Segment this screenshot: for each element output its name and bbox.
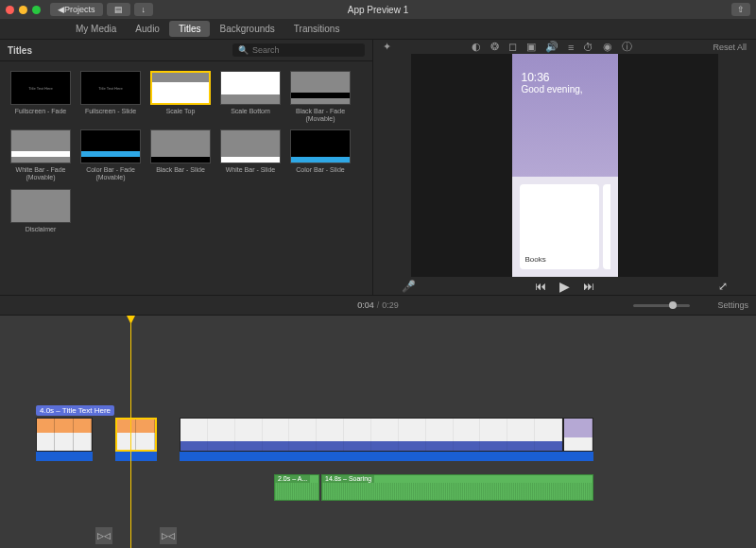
title-item[interactable]: Title Text HereFullscreen - Fade <box>9 71 72 122</box>
phone-preview: 10:36 Good evening, Books <box>512 54 618 277</box>
transition-marker[interactable]: ▷◁ <box>95 527 112 544</box>
tab-titles[interactable]: Titles <box>169 21 211 37</box>
browser-heading: Titles <box>8 45 32 56</box>
expand-icon[interactable]: ⤢ <box>718 280 728 293</box>
title-item[interactable]: Black Bar - Fade (Movable) <box>289 71 352 122</box>
clip-audio-bar <box>180 452 593 461</box>
fullscreen-window-button[interactable] <box>32 6 41 14</box>
crop-icon[interactable]: ◻ <box>508 41 517 53</box>
search-icon: 🔍 <box>238 45 249 55</box>
title-item[interactable]: Black Bar - Slide <box>149 129 212 180</box>
audio-clip[interactable]: 2.0s – A... <box>274 474 319 501</box>
color-correction-icon[interactable]: ❂ <box>490 41 499 53</box>
video-clip[interactable] <box>36 418 93 452</box>
clip-audio-bar <box>36 452 93 461</box>
media-tabs: My Media Audio Titles Backgrounds Transi… <box>0 19 756 40</box>
title-item[interactable]: Scale Top <box>149 71 212 122</box>
tab-my-media[interactable]: My Media <box>66 21 126 37</box>
title-item[interactable]: White Bar - Fade (Movable) <box>9 129 72 180</box>
share-button[interactable]: ⇧ <box>731 3 750 16</box>
speed-icon[interactable]: ⏱ <box>583 42 593 53</box>
preview-time: 10:36 <box>522 71 609 84</box>
preview-panel: ✦ ◐ ❂ ◻ ▣ 🔊 ≡ ⏱ ◉ ⓘ Reset All 10:36 Good… <box>373 40 756 295</box>
playback-controls: 🎤 ⏮ ▶ ⏭ ⤢ <box>373 277 756 295</box>
search-input[interactable]: 🔍 Search <box>232 43 365 57</box>
magic-wand-icon[interactable]: ✦ <box>383 41 391 53</box>
clip-filter-icon[interactable]: ◉ <box>603 41 612 53</box>
title-item[interactable]: Scale Bottom <box>219 71 282 122</box>
title-item[interactable]: White Bar - Slide <box>219 129 282 180</box>
preview-greeting: Good evening, <box>522 84 609 94</box>
window-titlebar: ◀ Projects ▤ ↓ App Preview 1 ⇧ <box>0 0 756 19</box>
play-button[interactable]: ▶ <box>559 279 570 294</box>
tab-audio[interactable]: Audio <box>126 21 169 37</box>
import-button[interactable]: ↓ <box>134 3 154 16</box>
window-title: App Preview 1 <box>348 5 408 15</box>
video-track: ▷◁ ▷◁ <box>0 418 756 455</box>
reset-all-button[interactable]: Reset All <box>713 43 747 52</box>
video-clip[interactable] <box>563 418 593 452</box>
preview-card: Books <box>520 184 599 269</box>
title-item[interactable]: Disclaimer <box>9 189 72 233</box>
timeline[interactable]: 4.0s – Title Text Here ▷◁ ▷◁ 2.0s – A...… <box>0 316 756 548</box>
tab-backgrounds[interactable]: Backgrounds <box>210 21 284 37</box>
volume-icon[interactable]: 🔊 <box>545 41 558 53</box>
stabilization-icon[interactable]: ▣ <box>526 41 536 53</box>
time-indicator-bar: 0:04 / 0:29 Settings <box>0 295 756 316</box>
info-icon[interactable]: ⓘ <box>622 40 632 54</box>
playhead[interactable] <box>130 316 131 548</box>
audio-clip[interactable]: 14.8s – Soaring <box>321 474 593 501</box>
title-item[interactable]: Title Text HereFullscreen - Slide <box>79 71 142 122</box>
noise-reduction-icon[interactable]: ≡ <box>568 42 574 53</box>
preview-toolbar: ✦ ◐ ❂ ◻ ▣ 🔊 ≡ ⏱ ◉ ⓘ Reset All <box>373 40 756 54</box>
clip-audio-bar <box>115 452 157 461</box>
search-placeholder: Search <box>252 45 280 55</box>
color-balance-icon[interactable]: ◐ <box>472 41 481 53</box>
library-list-button[interactable]: ▤ <box>107 3 130 16</box>
tab-transitions[interactable]: Transitions <box>284 21 350 37</box>
zoom-slider[interactable] <box>633 304 690 307</box>
preview-viewport[interactable]: 10:36 Good evening, Books <box>411 54 718 277</box>
traffic-lights <box>6 6 41 14</box>
total-time: 0:29 <box>382 300 399 310</box>
voiceover-icon[interactable]: 🎤 <box>402 280 416 293</box>
title-item[interactable]: Color Bar - Slide <box>289 129 352 180</box>
next-button[interactable]: ⏭ <box>583 280 594 293</box>
titles-browser: Titles 🔍 Search Title Text HereFullscree… <box>0 40 373 295</box>
back-label: Projects <box>64 5 95 14</box>
minimize-window-button[interactable] <box>19 6 27 14</box>
transition-marker[interactable]: ▷◁ <box>160 527 177 544</box>
back-to-projects-button[interactable]: ◀ Projects <box>50 3 103 16</box>
close-window-button[interactable] <box>6 6 14 14</box>
prev-button[interactable]: ⏮ <box>535 280 546 293</box>
current-time: 0:04 <box>357 300 374 310</box>
video-clip-selected[interactable] <box>115 418 157 452</box>
title-item[interactable]: Color Bar - Fade (Movable) <box>79 129 142 180</box>
titles-grid: Title Text HereFullscreen - Fade Title T… <box>0 61 372 242</box>
timeline-settings-button[interactable]: Settings <box>717 300 748 310</box>
video-clip[interactable] <box>180 418 563 452</box>
clip-tooltip: 4.0s – Title Text Here <box>36 405 114 416</box>
